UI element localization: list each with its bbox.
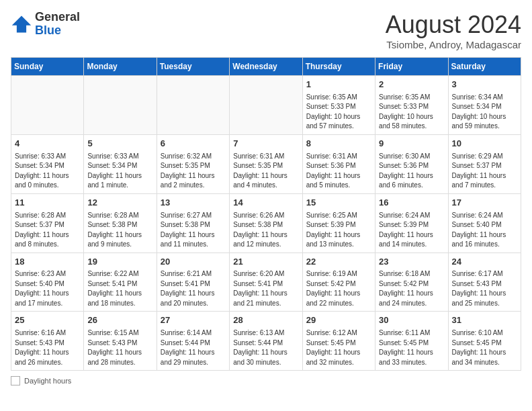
day-number: 1 bbox=[306, 79, 371, 91]
day-info: Sunrise: 6:10 AMSunset: 5:45 PMDaylight:… bbox=[452, 328, 517, 367]
day-info: Sunrise: 6:34 AMSunset: 5:34 PMDaylight:… bbox=[452, 93, 517, 132]
logo-text: General Blue bbox=[35, 11, 80, 38]
col-header-thursday: Thursday bbox=[302, 58, 375, 76]
calendar-cell: 24Sunrise: 6:17 AMSunset: 5:43 PMDayligh… bbox=[448, 253, 521, 312]
day-info: Sunrise: 6:29 AMSunset: 5:37 PMDaylight:… bbox=[452, 152, 517, 191]
day-number: 30 bbox=[379, 314, 444, 327]
calendar-cell: 20Sunrise: 6:21 AMSunset: 5:41 PMDayligh… bbox=[157, 253, 229, 312]
calendar-cell: 10Sunrise: 6:29 AMSunset: 5:37 PMDayligh… bbox=[448, 134, 521, 193]
day-number: 17 bbox=[452, 197, 517, 210]
calendar-cell: 25Sunrise: 6:16 AMSunset: 5:43 PMDayligh… bbox=[11, 312, 84, 371]
day-number: 5 bbox=[87, 138, 152, 150]
day-info: Sunrise: 6:15 AMSunset: 5:43 PMDaylight:… bbox=[87, 328, 152, 367]
day-info: Sunrise: 6:30 AMSunset: 5:36 PMDaylight:… bbox=[379, 152, 444, 191]
calendar-cell: 30Sunrise: 6:11 AMSunset: 5:45 PMDayligh… bbox=[375, 312, 448, 371]
calendar-cell: 7Sunrise: 6:31 AMSunset: 5:35 PMDaylight… bbox=[230, 134, 302, 193]
day-number: 31 bbox=[452, 314, 517, 327]
calendar-cell: 1Sunrise: 6:35 AMSunset: 5:33 PMDaylight… bbox=[302, 76, 375, 135]
footer-label: Daylight hours bbox=[24, 377, 71, 385]
calendar-cell: 14Sunrise: 6:26 AMSunset: 5:38 PMDayligh… bbox=[230, 193, 302, 253]
calendar-cell: 4Sunrise: 6:33 AMSunset: 5:34 PMDaylight… bbox=[11, 134, 84, 193]
day-number: 14 bbox=[233, 197, 298, 210]
day-number: 3 bbox=[452, 79, 517, 91]
calendar-cell: 12Sunrise: 6:28 AMSunset: 5:38 PMDayligh… bbox=[84, 193, 157, 253]
calendar-cell: 11Sunrise: 6:28 AMSunset: 5:37 PMDayligh… bbox=[11, 193, 84, 253]
calendar-cell: 21Sunrise: 6:20 AMSunset: 5:41 PMDayligh… bbox=[230, 253, 302, 312]
day-number: 22 bbox=[306, 256, 371, 269]
day-number: 15 bbox=[306, 197, 371, 210]
calendar-header-row: SundayMondayTuesdayWednesdayThursdayFrid… bbox=[11, 58, 521, 76]
day-info: Sunrise: 6:26 AMSunset: 5:38 PMDaylight:… bbox=[233, 211, 298, 250]
calendar-cell: 22Sunrise: 6:19 AMSunset: 5:42 PMDayligh… bbox=[302, 253, 375, 312]
day-number: 4 bbox=[15, 138, 80, 150]
day-info: Sunrise: 6:18 AMSunset: 5:42 PMDaylight:… bbox=[379, 269, 444, 308]
calendar-cell: 19Sunrise: 6:22 AMSunset: 5:41 PMDayligh… bbox=[84, 253, 157, 312]
day-number: 9 bbox=[379, 138, 444, 150]
day-number: 26 bbox=[87, 314, 152, 327]
day-info: Sunrise: 6:31 AMSunset: 5:36 PMDaylight:… bbox=[306, 152, 371, 191]
day-number: 7 bbox=[233, 138, 298, 150]
day-number: 20 bbox=[161, 256, 226, 269]
day-info: Sunrise: 6:28 AMSunset: 5:38 PMDaylight:… bbox=[87, 211, 152, 250]
logo-icon bbox=[11, 13, 32, 35]
day-info: Sunrise: 6:24 AMSunset: 5:40 PMDaylight:… bbox=[452, 211, 517, 250]
day-number: 11 bbox=[15, 197, 80, 210]
calendar-cell: 23Sunrise: 6:18 AMSunset: 5:42 PMDayligh… bbox=[375, 253, 448, 312]
day-info: Sunrise: 6:23 AMSunset: 5:40 PMDaylight:… bbox=[15, 269, 80, 308]
calendar-cell: 8Sunrise: 6:31 AMSunset: 5:36 PMDaylight… bbox=[302, 134, 375, 193]
day-number: 24 bbox=[452, 256, 517, 269]
header: General Blue August 2024 Tsiombe, Androy… bbox=[11, 11, 521, 50]
calendar-cell: 6Sunrise: 6:32 AMSunset: 5:35 PMDaylight… bbox=[157, 134, 229, 193]
day-number: 8 bbox=[306, 138, 371, 150]
day-number: 6 bbox=[161, 138, 226, 150]
day-info: Sunrise: 6:35 AMSunset: 5:33 PMDaylight:… bbox=[379, 93, 444, 132]
calendar-week-2: 4Sunrise: 6:33 AMSunset: 5:34 PMDaylight… bbox=[11, 134, 521, 193]
col-header-sunday: Sunday bbox=[11, 58, 84, 76]
title-area: August 2024 Tsiombe, Androy, Madagascar bbox=[386, 11, 521, 50]
day-number: 27 bbox=[161, 314, 226, 327]
calendar-week-1: 1Sunrise: 6:35 AMSunset: 5:33 PMDaylight… bbox=[11, 76, 521, 135]
day-info: Sunrise: 6:24 AMSunset: 5:39 PMDaylight:… bbox=[379, 211, 444, 250]
day-number: 2 bbox=[379, 79, 444, 91]
calendar-week-3: 11Sunrise: 6:28 AMSunset: 5:37 PMDayligh… bbox=[11, 193, 521, 253]
calendar-cell: 9Sunrise: 6:30 AMSunset: 5:36 PMDaylight… bbox=[375, 134, 448, 193]
logo: General Blue bbox=[11, 11, 80, 38]
day-info: Sunrise: 6:27 AMSunset: 5:38 PMDaylight:… bbox=[161, 211, 226, 250]
day-number: 13 bbox=[161, 197, 226, 210]
day-info: Sunrise: 6:21 AMSunset: 5:41 PMDaylight:… bbox=[161, 269, 226, 308]
day-number: 29 bbox=[306, 314, 371, 327]
day-info: Sunrise: 6:20 AMSunset: 5:41 PMDaylight:… bbox=[233, 269, 298, 308]
calendar-cell: 3Sunrise: 6:34 AMSunset: 5:34 PMDaylight… bbox=[448, 76, 521, 135]
day-info: Sunrise: 6:17 AMSunset: 5:43 PMDaylight:… bbox=[452, 269, 517, 308]
calendar-cell: 16Sunrise: 6:24 AMSunset: 5:39 PMDayligh… bbox=[375, 193, 448, 253]
day-number: 18 bbox=[15, 256, 80, 269]
calendar-cell: 29Sunrise: 6:12 AMSunset: 5:45 PMDayligh… bbox=[302, 312, 375, 371]
month-title: August 2024 bbox=[386, 11, 521, 39]
calendar-cell: 17Sunrise: 6:24 AMSunset: 5:40 PMDayligh… bbox=[448, 193, 521, 253]
day-info: Sunrise: 6:33 AMSunset: 5:34 PMDaylight:… bbox=[15, 152, 80, 191]
day-info: Sunrise: 6:14 AMSunset: 5:44 PMDaylight:… bbox=[161, 328, 226, 367]
day-info: Sunrise: 6:13 AMSunset: 5:44 PMDaylight:… bbox=[233, 328, 298, 367]
location-subtitle: Tsiombe, Androy, Madagascar bbox=[386, 39, 521, 50]
calendar-cell bbox=[11, 76, 84, 135]
col-header-saturday: Saturday bbox=[448, 58, 521, 76]
calendar-cell: 13Sunrise: 6:27 AMSunset: 5:38 PMDayligh… bbox=[157, 193, 229, 253]
day-info: Sunrise: 6:33 AMSunset: 5:34 PMDaylight:… bbox=[87, 152, 152, 191]
col-header-tuesday: Tuesday bbox=[157, 58, 229, 76]
calendar-cell bbox=[157, 76, 229, 135]
col-header-friday: Friday bbox=[375, 58, 448, 76]
day-info: Sunrise: 6:28 AMSunset: 5:37 PMDaylight:… bbox=[15, 211, 80, 250]
calendar-cell: 18Sunrise: 6:23 AMSunset: 5:40 PMDayligh… bbox=[11, 253, 84, 312]
calendar-cell: 2Sunrise: 6:35 AMSunset: 5:33 PMDaylight… bbox=[375, 76, 448, 135]
footer-note: Daylight hours bbox=[11, 376, 521, 385]
day-info: Sunrise: 6:19 AMSunset: 5:42 PMDaylight:… bbox=[306, 269, 371, 308]
calendar-cell: 15Sunrise: 6:25 AMSunset: 5:39 PMDayligh… bbox=[302, 193, 375, 253]
day-info: Sunrise: 6:32 AMSunset: 5:35 PMDaylight:… bbox=[161, 152, 226, 191]
day-number: 10 bbox=[452, 138, 517, 150]
day-number: 12 bbox=[87, 197, 152, 210]
calendar-cell: 5Sunrise: 6:33 AMSunset: 5:34 PMDaylight… bbox=[84, 134, 157, 193]
day-number: 23 bbox=[379, 256, 444, 269]
day-info: Sunrise: 6:25 AMSunset: 5:39 PMDaylight:… bbox=[306, 211, 371, 250]
svg-marker-0 bbox=[12, 15, 31, 32]
day-info: Sunrise: 6:35 AMSunset: 5:33 PMDaylight:… bbox=[306, 93, 371, 132]
